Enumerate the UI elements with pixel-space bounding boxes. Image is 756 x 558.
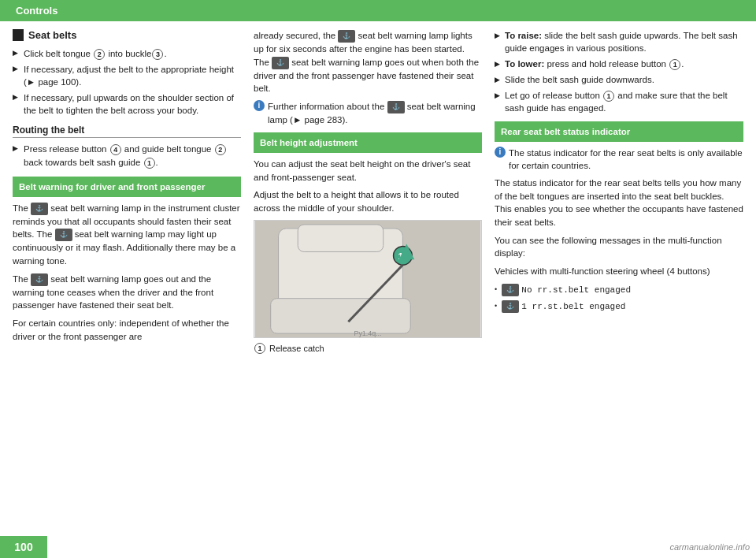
raise-text: To raise: slide the belt sash guide upwa… <box>505 29 743 54</box>
raise-bullet: ▶ To raise: slide the belt sash guide up… <box>495 29 743 54</box>
letgo-text: Let go of release button 1 and make sure… <box>505 89 743 114</box>
mono-item-1: • ⚓ No rr.st.belt engaged <box>495 283 743 296</box>
belt-adjust-para-2: Adjust the belt to a height that allows … <box>254 188 482 214</box>
circle-2b: 2 <box>215 144 226 155</box>
bullet-item: If necessary, pull upwards on the should… <box>13 91 241 117</box>
further-info-block: i Further information about the ⚓ seat b… <box>254 100 482 126</box>
circle-1: 1 <box>144 158 155 169</box>
right-column: ▶ To raise: slide the belt sash guide up… <box>495 29 743 550</box>
seat-belts-title: Seat belts <box>28 29 76 41</box>
slide-text: Slide the belt sash guide downwards. <box>505 73 654 86</box>
bullet-item: If necessary, adjust the belt to the app… <box>13 63 241 88</box>
mono-item-2: • ⚓ 1 rr.st.belt engaged <box>495 299 743 313</box>
image-label-text: Release catch <box>269 344 324 353</box>
slide-bullet: ▶ Slide the belt sash guide downwards. <box>495 73 743 86</box>
seat-belts-header: Seat belts <box>13 29 241 41</box>
seatbelt-icon-3: ⚓ <box>31 273 48 286</box>
header-label: Controls <box>16 5 57 17</box>
status-para-3: Vehicles with multi-function steering wh… <box>495 265 743 278</box>
belt-height-title: Belt height adjustment <box>260 138 358 147</box>
seatbelt-icon-1: ⚓ <box>31 203 48 215</box>
belt-warning-title: Belt warning for driver and front passen… <box>19 182 205 192</box>
circle-4: 4 <box>110 144 121 155</box>
slide-arrow: ▶ <box>495 75 500 85</box>
routing-bullet-item: Press release button 4 and guide belt to… <box>13 143 241 168</box>
mid-column: already secured, the ⚓ seat belt warning… <box>254 29 482 550</box>
page-container: Controls Seat belts Click belt tongue 2 … <box>0 0 756 558</box>
circle-2: 2 <box>94 49 105 60</box>
raise-arrow: ▶ <box>495 31 500 41</box>
seat-image: 1 Py1.4q... <box>254 220 482 338</box>
left-column: Seat belts Click belt tongue 2 into buck… <box>13 29 241 550</box>
main-content: Seat belts Click belt tongue 2 into buck… <box>0 21 756 558</box>
svg-rect-4 <box>298 225 384 252</box>
svg-rect-3 <box>271 298 411 333</box>
bullet-item: Click belt tongue 2 into buckle3. <box>13 47 241 60</box>
body-para-3: For certain countries only: independent … <box>13 317 241 343</box>
seatbelt-icon-7: ⚓ <box>502 284 519 296</box>
top-header: Controls <box>0 0 756 21</box>
seatbelt-icon-4: ⚓ <box>338 30 355 43</box>
rear-info-text: The status indicator for the rear seat b… <box>509 147 743 172</box>
rear-info-block: i The status indicator for the rear seat… <box>495 147 743 172</box>
status-para-2: You can see the following messages in th… <box>495 234 743 260</box>
mono-bullet-1: • <box>495 285 497 295</box>
seat-belt-bullets: Click belt tongue 2 into buckle3. If nec… <box>13 47 241 117</box>
letgo-bullet: ▶ Let go of release button 1 and make su… <box>495 89 743 114</box>
letgo-arrow: ▶ <box>495 91 500 101</box>
mono-text-2: ⚓ 1 rr.st.belt engaged <box>502 299 625 313</box>
seatbelt-icon-6: ⚓ <box>387 101 405 113</box>
lower-bold: To lower: <box>505 59 544 69</box>
circle-r1b: 1 <box>603 91 614 102</box>
seatbelt-icon-2: ⚓ <box>55 229 72 241</box>
page-number: 100 <box>0 536 47 558</box>
watermark: carmanualonline.info <box>669 542 750 552</box>
raise-bold: To raise: <box>505 31 542 40</box>
belt-warning-box: Belt warning for driver and front passen… <box>13 177 241 197</box>
lower-arrow: ▶ <box>495 59 500 69</box>
seatbelt-icon-5: ⚓ <box>272 57 289 69</box>
info-icon-2: i <box>495 147 506 158</box>
rear-seatbelt-title: Rear seat belt status indicator <box>501 127 630 136</box>
mono-text-1: ⚓ No rr.st.belt engaged <box>502 283 631 296</box>
routing-bullets: Press release button 4 and guide belt to… <box>13 143 241 168</box>
rear-seatbelt-box: Rear seat belt status indicator <box>495 121 743 142</box>
image-circle-num: 1 <box>254 343 265 354</box>
section-bar <box>13 29 24 41</box>
info-icon-1: i <box>254 100 265 111</box>
belt-height-box: Belt height adjustment <box>254 132 482 153</box>
status-para-1: The status indicator for the rear seat b… <box>495 177 743 229</box>
body-para-2: The ⚓ seat belt warning lamp goes out an… <box>13 273 241 312</box>
svg-text:Py1.4q...: Py1.4q... <box>354 329 381 337</box>
subsection-routing: Routing the belt <box>13 125 241 138</box>
circle-3: 3 <box>152 49 163 60</box>
lower-bullet: ▶ To lower: press and hold release butto… <box>495 58 743 70</box>
mono-bullet-2: • <box>495 301 497 311</box>
seatbelt-icon-8: ⚓ <box>502 300 519 313</box>
mid-continuation: already secured, the ⚓ seat belt warning… <box>254 29 482 95</box>
lower-text: To lower: press and hold release button … <box>505 58 684 70</box>
image-label: 1 Release catch <box>254 343 482 354</box>
circle-r1: 1 <box>669 59 680 70</box>
further-info-text: Further information about the ⚓ seat bel… <box>268 100 482 126</box>
body-para-1: The ⚓ seat belt warning lamp in the inst… <box>13 202 241 268</box>
belt-adjust-para-1: You can adjust the seat belt height on t… <box>254 158 482 184</box>
seat-illustration: 1 Py1.4q... <box>254 221 481 337</box>
